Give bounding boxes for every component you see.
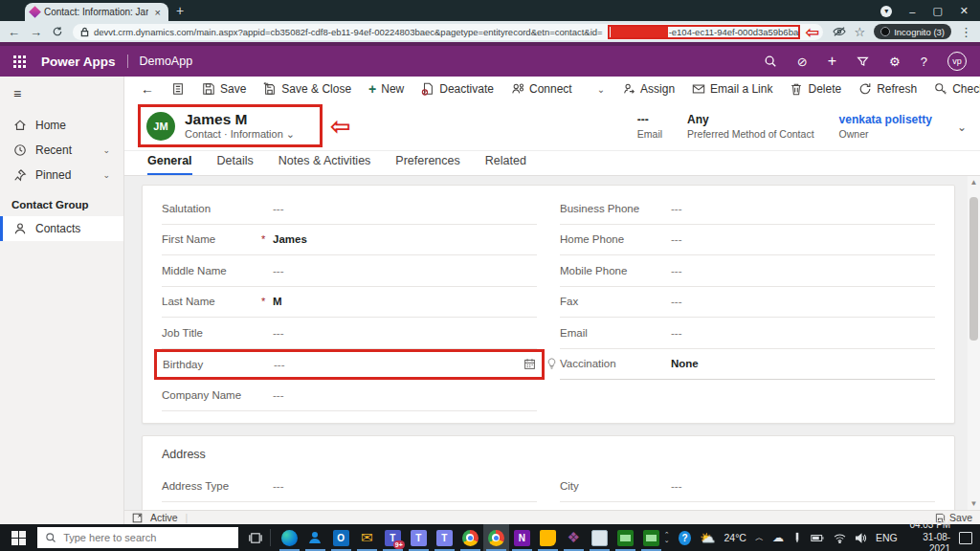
help-tray-icon[interactable]: ? xyxy=(679,531,692,545)
new-tab-button[interactable]: + xyxy=(176,3,184,21)
redacted-block xyxy=(611,27,668,37)
help-icon[interactable]: ? xyxy=(921,55,927,69)
action-center-icon[interactable] xyxy=(959,532,972,544)
taskbar-vm-icon[interactable] xyxy=(612,524,638,551)
scroll-down-icon[interactable]: ▼ xyxy=(968,497,980,510)
new-button[interactable]: + New xyxy=(362,78,411,99)
taskbar-chrome-icon[interactable] xyxy=(457,524,483,551)
taskbar-teams-icon[interactable]: T xyxy=(406,524,432,551)
chevron-down-icon[interactable]: ⌄ xyxy=(102,170,110,180)
field-job-title: Job Title --- xyxy=(162,318,537,349)
vertical-scrollbar[interactable]: ▲ ▼ xyxy=(968,176,980,510)
start-button[interactable] xyxy=(0,524,37,551)
taskbar-search-input[interactable] xyxy=(63,532,216,543)
clock[interactable]: 04:03 PM 31-08-2021 xyxy=(906,519,950,551)
sidebar-item-pinned[interactable]: Pinned ⌄ xyxy=(0,163,123,187)
tab-notes-activities[interactable]: Notes & Activities xyxy=(278,154,371,175)
header-field-email[interactable]: --- Email xyxy=(637,113,662,140)
chevron-down-icon[interactable]: ⌄ xyxy=(102,145,110,155)
pen-icon[interactable] xyxy=(792,532,802,543)
incognito-badge[interactable]: Incognito (3) xyxy=(874,24,951,39)
record-set-icon[interactable] xyxy=(165,78,191,99)
url-redaction-annotation: -e104-ec11-94ef-000d3a59b6ba xyxy=(608,25,801,39)
refresh-button[interactable]: Refresh xyxy=(852,78,924,99)
browser-menu-icon[interactable]: ⋮ xyxy=(960,26,972,38)
back-icon[interactable]: ← xyxy=(8,26,20,38)
filter-icon[interactable] xyxy=(857,55,869,68)
calendar-icon[interactable] xyxy=(523,358,536,370)
form-selector-chevron-icon[interactable]: ⌄ xyxy=(286,128,295,140)
tab-close-icon[interactable]: × xyxy=(153,7,163,18)
tray-expand-chevron-icon[interactable]: ︿ xyxy=(755,532,764,544)
field-salutation: Salutation --- xyxy=(162,193,537,225)
eye-off-icon[interactable] xyxy=(833,26,846,37)
task-view-icon[interactable] xyxy=(248,531,262,545)
taskbar-scroll-chevrons-icon[interactable]: ⌃⌄ xyxy=(664,532,670,543)
sidebar-item-contacts[interactable]: Contacts xyxy=(0,216,123,241)
weather-icon[interactable]: ⛅ xyxy=(700,531,715,545)
speaker-icon[interactable] xyxy=(855,533,867,543)
search-icon[interactable] xyxy=(764,55,777,68)
temperature[interactable]: 24°C xyxy=(724,532,746,543)
summary-section-card: Salutation --- First Name* James Middle … xyxy=(142,185,955,424)
forward-icon[interactable]: → xyxy=(30,26,42,38)
header-field-owner[interactable]: venkata polisetty Owner xyxy=(839,113,932,140)
taskbar-vm-icon[interactable] xyxy=(638,524,664,551)
browser-tab[interactable]: Contact: Information: James M - × xyxy=(25,3,168,21)
user-avatar[interactable]: vp xyxy=(947,52,967,71)
tab-related[interactable]: Related xyxy=(485,154,526,175)
tab-preferences[interactable]: Preferences xyxy=(395,154,459,175)
field-first-name: First Name* James xyxy=(162,225,537,256)
bookmark-star-icon[interactable]: ☆ xyxy=(855,26,866,38)
check-access-button[interactable]: Check Access xyxy=(927,78,980,99)
sidebar-toggle-icon[interactable]: ≡ xyxy=(0,77,123,113)
battery-icon[interactable] xyxy=(811,534,825,542)
reload-icon[interactable] xyxy=(52,26,63,37)
mru-slash-icon[interactable]: ⊘ xyxy=(797,55,808,69)
window-maximize-button[interactable]: ▢ xyxy=(932,5,942,17)
sidebar-item-recent[interactable]: Recent ⌄ xyxy=(0,138,123,163)
app-name[interactable]: DemoApp xyxy=(140,55,193,68)
taskbar-edge-icon[interactable] xyxy=(277,524,302,551)
taskbar-people-icon[interactable] xyxy=(302,524,328,551)
taskbar-mail-icon[interactable]: ✉ xyxy=(354,524,380,551)
save-button[interactable]: Save xyxy=(195,78,253,99)
expand-status-icon[interactable] xyxy=(132,513,143,523)
taskbar-search[interactable] xyxy=(37,527,238,548)
sidebar-item-home[interactable]: Home xyxy=(0,113,123,138)
language-indicator[interactable]: ENG xyxy=(876,532,898,543)
assign-button[interactable]: Assign xyxy=(615,78,681,99)
scrollbar-thumb[interactable] xyxy=(969,197,978,341)
taskbar-teams-icon[interactable]: T9+ xyxy=(380,524,406,551)
taskbar-sticky-notes-icon[interactable] xyxy=(535,524,561,551)
tab-general[interactable]: General xyxy=(147,154,192,175)
header-expand-chevron-icon[interactable]: ⌄ xyxy=(957,121,967,134)
scroll-up-icon[interactable]: ▲ xyxy=(968,176,980,188)
window-minimize-button[interactable]: – xyxy=(909,6,915,17)
header-field-preferred-method[interactable]: Any Preferred Method of Contact xyxy=(687,113,814,140)
taskbar-onenote-icon[interactable]: N xyxy=(509,524,535,551)
connect-button[interactable]: Connect xyxy=(504,78,579,99)
save-and-close-button[interactable]: Save & Close xyxy=(256,78,358,99)
taskbar-chrome-active-icon[interactable] xyxy=(483,524,509,551)
connect-chevron-icon[interactable]: ⌄ xyxy=(590,78,612,99)
address-bar[interactable]: devvt.crm.dynamics.com/main.aspx?appid=c… xyxy=(73,24,823,40)
waffle-icon[interactable] xyxy=(13,55,26,68)
onedrive-cloud-icon[interactable]: ☁ xyxy=(772,531,784,544)
record-subtitle[interactable]: Contact · Information ⌄ xyxy=(185,128,295,141)
settings-gear-icon[interactable]: ⚙ xyxy=(889,55,901,69)
taskbar-outlook-icon[interactable]: O xyxy=(328,524,354,551)
taskbar-visual-studio-icon[interactable]: ❖ xyxy=(561,524,587,551)
network-icon[interactable] xyxy=(834,533,846,543)
quick-create-plus-icon[interactable]: + xyxy=(828,53,836,70)
taskbar-teams-icon[interactable]: T xyxy=(432,524,457,551)
delete-button[interactable]: Delete xyxy=(783,78,848,99)
email-link-button[interactable]: Email a Link xyxy=(685,78,779,99)
tab-details[interactable]: Details xyxy=(217,154,254,175)
back-button[interactable]: ← xyxy=(134,78,161,99)
taskbar-notepad-icon[interactable] xyxy=(587,524,612,551)
address-section-card: Address Address Type --- City --- xyxy=(142,435,955,510)
window-close-button[interactable]: ✕ xyxy=(960,5,969,17)
profile-circle-icon[interactable]: ▾ xyxy=(880,6,892,17)
deactivate-button[interactable]: Deactivate xyxy=(414,78,501,99)
